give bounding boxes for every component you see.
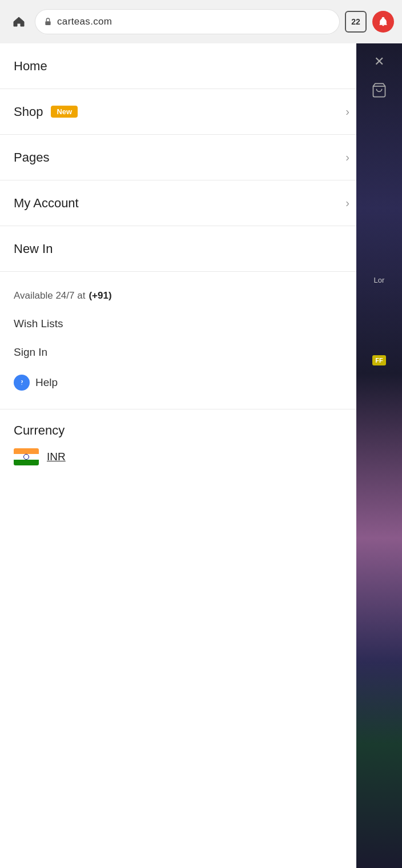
currency-title: Currency	[14, 423, 349, 438]
url-bar[interactable]: carteas.com	[35, 10, 339, 34]
sign-in-label: Sign In	[14, 346, 47, 359]
page-layout: Home Shop New › Pages › My Account ›	[0, 43, 402, 868]
help-icon	[14, 375, 30, 391]
nav-menu: Home Shop New › Pages › My Account ›	[0, 43, 363, 868]
home-browser-icon	[12, 15, 26, 29]
help-label: Help	[35, 376, 58, 389]
shop-chevron-icon: ›	[345, 105, 349, 118]
bell-icon	[377, 16, 389, 27]
nav-item-new-in[interactable]: New In	[0, 226, 363, 272]
nav-new-in-label: New In	[14, 242, 53, 256]
nav-pages-label: Pages	[14, 150, 49, 165]
india-flag-icon	[14, 448, 39, 465]
my-account-chevron-icon: ›	[345, 196, 349, 210]
available-line: Available 24/7 at (+91)	[14, 283, 349, 308]
nav-item-my-account[interactable]: My Account ›	[0, 180, 363, 226]
flag-orange-stripe	[14, 448, 39, 454]
background-panel: ✕ Lor FF	[356, 43, 402, 868]
nav-home-content: Home	[14, 59, 47, 74]
tab-count-button[interactable]: 22	[345, 11, 367, 33]
bg-lor-text: Lor	[374, 276, 385, 284]
nav-item-shop[interactable]: Shop New ›	[0, 89, 363, 135]
currency-option-inr[interactable]: INR	[14, 448, 349, 465]
available-phone: (+91)	[89, 290, 111, 302]
nav-item-home[interactable]: Home	[0, 43, 363, 89]
close-icon: ✕	[374, 54, 384, 69]
browser-chrome: carteas.com 22	[0, 0, 402, 43]
nav-my-account-content: My Account	[14, 196, 79, 211]
bg-ff-badge: FF	[372, 355, 385, 365]
nav-item-sign-in[interactable]: Sign In	[14, 339, 349, 365]
flag-white-stripe	[14, 454, 39, 460]
ashoka-chakra	[23, 454, 29, 460]
nav-shop-content: Shop New	[14, 105, 78, 119]
nav-shop-label: Shop	[14, 105, 43, 119]
lock-icon	[43, 17, 53, 26]
available-text: Available 24/7 at	[14, 290, 85, 302]
close-menu-button[interactable]: ✕	[367, 49, 392, 74]
svg-point-2	[21, 384, 22, 385]
currency-section: Currency INR	[0, 409, 363, 479]
nav-pages-content: Pages	[14, 150, 49, 165]
home-browser-button[interactable]	[8, 11, 30, 33]
cart-icon	[371, 82, 387, 102]
pages-chevron-icon: ›	[345, 151, 349, 164]
nav-secondary-section: Available 24/7 at (+91) Wish Lists Sign …	[0, 272, 363, 409]
svg-rect-0	[45, 21, 50, 25]
nav-item-wish-lists[interactable]: Wish Lists	[14, 311, 349, 337]
shop-new-badge: New	[51, 106, 78, 118]
notification-button[interactable]	[372, 11, 394, 33]
url-text: carteas.com	[57, 16, 112, 27]
nav-home-label: Home	[14, 59, 47, 74]
flag-green-stripe	[14, 460, 39, 465]
currency-code: INR	[47, 451, 66, 463]
wish-lists-label: Wish Lists	[14, 318, 63, 330]
nav-item-pages[interactable]: Pages ›	[0, 135, 363, 180]
nav-my-account-label: My Account	[14, 196, 79, 211]
nav-item-help[interactable]: Help	[14, 368, 349, 397]
nav-new-in-content: New In	[14, 242, 53, 256]
